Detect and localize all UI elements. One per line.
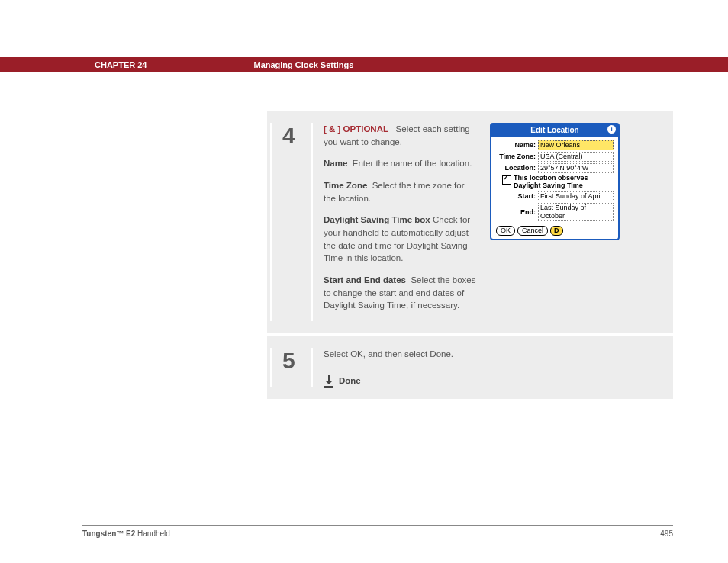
item-label: Start and End dates bbox=[324, 275, 406, 285]
timezone-label: Time Zone: bbox=[496, 152, 536, 162]
dst-label: This location observes Daylight Saving T… bbox=[514, 175, 614, 190]
timezone-field[interactable]: USA (Central) bbox=[538, 152, 614, 162]
ok-button[interactable]: OK bbox=[496, 226, 515, 236]
done-indicator: Done bbox=[324, 375, 659, 388]
chapter-number: CHAPTER 24 bbox=[95, 60, 147, 69]
start-label: Start: bbox=[496, 191, 536, 201]
product-name: Tungsten™ E2 Handheld bbox=[82, 529, 170, 538]
steps-panel: 4 [ & ] OPTIONAL Select each setting you… bbox=[267, 111, 673, 399]
checkbox-icon[interactable] bbox=[502, 175, 511, 185]
chapter-header: CHAPTER 24 Managing Clock Settings bbox=[0, 57, 728, 72]
location-label: Location: bbox=[496, 163, 536, 173]
step-text: Select OK, and then select Done. Done bbox=[324, 348, 659, 387]
product-name-bold: Tungsten™ E2 bbox=[82, 529, 135, 538]
step-5: 5 Select OK, and then select Done. Done bbox=[267, 336, 673, 399]
location-field[interactable]: 29°57'N 90°4'W bbox=[538, 163, 614, 173]
product-name-rest: Handheld bbox=[135, 529, 170, 538]
edit-location-dialog: Edit Location i Name: New Orleans Time Z… bbox=[490, 123, 620, 240]
optional-badge: [ & ] OPTIONAL bbox=[324, 124, 388, 134]
info-icon[interactable]: i bbox=[607, 125, 616, 134]
done-arrow-icon bbox=[324, 375, 334, 386]
end-field[interactable]: Last Sunday of October bbox=[538, 203, 614, 221]
step-instruction: Select OK, and then select Done. bbox=[324, 348, 659, 361]
step-4: 4 [ & ] OPTIONAL Select each setting you… bbox=[267, 111, 673, 336]
cancel-button[interactable]: Cancel bbox=[517, 226, 548, 236]
item-text: Enter the name of the location. bbox=[353, 159, 472, 168]
page-footer: Tungsten™ E2 Handheld 495 bbox=[82, 525, 673, 538]
name-label: Name: bbox=[496, 140, 536, 150]
item-label: Daylight Saving Time box bbox=[324, 215, 430, 224]
start-field[interactable]: First Sunday of April bbox=[538, 191, 614, 201]
name-field[interactable]: New Orleans bbox=[538, 140, 614, 150]
end-label: End: bbox=[496, 208, 536, 217]
page-number: 495 bbox=[660, 529, 673, 538]
step-number: 5 bbox=[270, 348, 301, 387]
dialog-title-bar: Edit Location i bbox=[491, 124, 618, 137]
item-label: Name bbox=[324, 159, 347, 168]
help-button[interactable]: D bbox=[550, 226, 563, 236]
dst-checkbox-row[interactable]: This location observes Daylight Saving T… bbox=[502, 175, 614, 190]
done-label: Done bbox=[339, 375, 361, 388]
step-number: 4 bbox=[270, 123, 301, 321]
dialog-title: Edit Location bbox=[530, 125, 578, 137]
item-label: Time Zone bbox=[324, 181, 367, 190]
chapter-title: Managing Clock Settings bbox=[253, 60, 353, 69]
step-text: [ & ] OPTIONAL Select each setting you w… bbox=[324, 123, 476, 321]
